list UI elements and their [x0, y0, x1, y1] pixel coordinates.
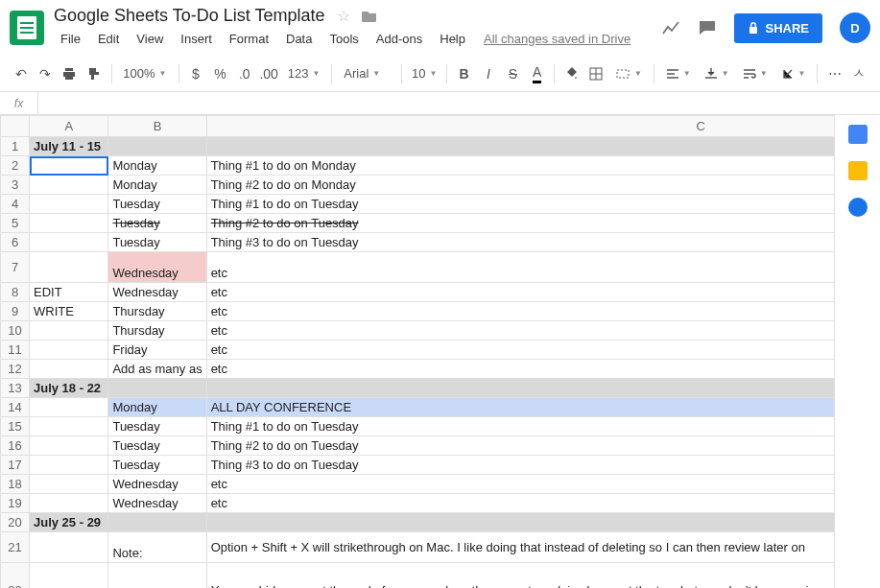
- cell[interactable]: Option + Shift + X will strikethrough on…: [206, 532, 834, 563]
- menu-data[interactable]: Data: [279, 28, 319, 50]
- cell[interactable]: [30, 494, 108, 513]
- undo-button[interactable]: ↶: [10, 60, 32, 87]
- menu-file[interactable]: File: [54, 28, 87, 50]
- cell[interactable]: [30, 195, 108, 214]
- cell[interactable]: [30, 436, 108, 456]
- cell[interactable]: WRITE: [30, 302, 108, 321]
- cell[interactable]: Thursday: [108, 302, 206, 321]
- cell[interactable]: July 18 - 22: [30, 379, 108, 398]
- cell[interactable]: Thing #2 to do on Tuesday: [206, 436, 834, 456]
- cell[interactable]: etc: [206, 302, 834, 321]
- menu-format[interactable]: Format: [223, 28, 275, 50]
- zoom-dropdown[interactable]: 100%▼: [117, 60, 172, 87]
- vertical-align-dropdown[interactable]: ▼: [699, 60, 735, 87]
- row-header[interactable]: 19: [1, 494, 30, 513]
- row-header[interactable]: 9: [1, 302, 30, 321]
- cell[interactable]: [206, 379, 834, 398]
- collapse-toolbar-button[interactable]: ㅅ: [848, 60, 870, 87]
- row-header[interactable]: 13: [1, 379, 30, 398]
- share-button[interactable]: SHARE: [734, 13, 822, 43]
- row-header[interactable]: 3: [1, 176, 30, 195]
- column-header-A[interactable]: A: [30, 116, 108, 137]
- more-button[interactable]: ⋯: [823, 60, 845, 87]
- cell[interactable]: [30, 176, 108, 195]
- column-header-B[interactable]: B: [108, 116, 206, 137]
- column-header-C[interactable]: C: [206, 116, 834, 137]
- select-all-corner[interactable]: [1, 116, 30, 137]
- increase-decimal-button[interactable]: .00: [257, 60, 279, 87]
- avatar[interactable]: D: [840, 12, 870, 43]
- menu-insert[interactable]: Insert: [174, 28, 219, 50]
- merge-cells-dropdown[interactable]: ▼: [609, 60, 648, 87]
- cell[interactable]: [30, 532, 108, 563]
- spreadsheet-grid[interactable]: ABCD 1July 11 - 152MondayThing #1 to do …: [0, 115, 834, 588]
- cell[interactable]: Wednesday: [108, 494, 206, 513]
- cell[interactable]: etc: [206, 321, 834, 341]
- row-header[interactable]: 6: [1, 233, 30, 252]
- menu-help[interactable]: Help: [433, 28, 472, 50]
- row-header[interactable]: 16: [1, 436, 30, 456]
- redo-button[interactable]: ↷: [34, 60, 56, 87]
- cell[interactable]: [206, 137, 834, 156]
- cell[interactable]: July 25 - 29: [30, 513, 108, 532]
- cell[interactable]: Thursday: [108, 321, 206, 341]
- row-header[interactable]: 7: [1, 252, 30, 283]
- cell[interactable]: [108, 137, 206, 156]
- row-header[interactable]: 15: [1, 417, 30, 436]
- comments-icon[interactable]: [698, 18, 717, 37]
- currency-button[interactable]: $: [184, 60, 206, 87]
- font-dropdown[interactable]: Arial▼: [338, 60, 395, 87]
- row-header[interactable]: 11: [1, 341, 30, 360]
- cell[interactable]: etc: [206, 360, 834, 379]
- row-header[interactable]: 10: [1, 321, 30, 341]
- text-rotation-dropdown[interactable]: ▼: [775, 60, 812, 87]
- cell[interactable]: Add as many as: [108, 360, 206, 379]
- cell[interactable]: etc: [206, 475, 834, 494]
- cell[interactable]: Tuesday: [108, 195, 206, 214]
- tasks-icon[interactable]: [848, 198, 868, 217]
- row-header[interactable]: 14: [1, 398, 30, 417]
- cell[interactable]: EDIT: [30, 283, 108, 302]
- cell[interactable]: Thing #2 to do on Monday: [206, 176, 834, 195]
- cell[interactable]: [30, 475, 108, 494]
- explore-icon[interactable]: [661, 18, 680, 37]
- cell[interactable]: You can hide rows at the end of every we…: [206, 563, 834, 589]
- cell[interactable]: Wednesday: [108, 252, 206, 283]
- cell[interactable]: ALL DAY CONFERENCE: [206, 398, 834, 417]
- cell[interactable]: [30, 341, 108, 360]
- folder-icon[interactable]: [362, 10, 377, 23]
- number-format-dropdown[interactable]: 123▼: [282, 60, 326, 87]
- print-button[interactable]: [59, 60, 81, 87]
- cell[interactable]: [30, 563, 108, 589]
- document-title[interactable]: Google Sheets To-Do List Template: [54, 6, 325, 26]
- cell[interactable]: [206, 513, 834, 532]
- menu-add-ons[interactable]: Add-ons: [369, 28, 429, 50]
- formula-input[interactable]: [38, 92, 880, 114]
- decrease-decimal-button[interactable]: .0: [233, 60, 255, 87]
- sheets-logo[interactable]: [10, 11, 44, 45]
- cell[interactable]: Friday: [108, 341, 206, 360]
- row-header[interactable]: 22: [1, 563, 30, 589]
- cell[interactable]: Tuesday: [108, 214, 206, 233]
- paint-format-button[interactable]: [83, 60, 105, 87]
- cell[interactable]: [30, 398, 108, 417]
- row-header[interactable]: 8: [1, 283, 30, 302]
- cell[interactable]: Thing #3 to do on Tuesday: [206, 456, 834, 475]
- menu-view[interactable]: View: [130, 28, 170, 50]
- menu-tools[interactable]: Tools: [322, 28, 365, 50]
- row-header[interactable]: 20: [1, 513, 30, 532]
- cell[interactable]: etc: [206, 341, 834, 360]
- cell[interactable]: etc: [206, 252, 834, 283]
- cell[interactable]: Thing #3 to do on Tuesday: [206, 233, 834, 252]
- text-color-button[interactable]: A: [526, 60, 548, 87]
- cell[interactable]: [30, 321, 108, 341]
- cell[interactable]: Wednesday: [108, 475, 206, 494]
- strikethrough-button[interactable]: S: [502, 60, 524, 87]
- row-header[interactable]: 17: [1, 456, 30, 475]
- cell[interactable]: [30, 360, 108, 379]
- italic-button[interactable]: I: [477, 60, 499, 87]
- cell[interactable]: Tuesday: [108, 436, 206, 456]
- cell[interactable]: etc: [206, 494, 834, 513]
- cell[interactable]: Note:: [108, 563, 206, 589]
- cell[interactable]: [30, 156, 108, 176]
